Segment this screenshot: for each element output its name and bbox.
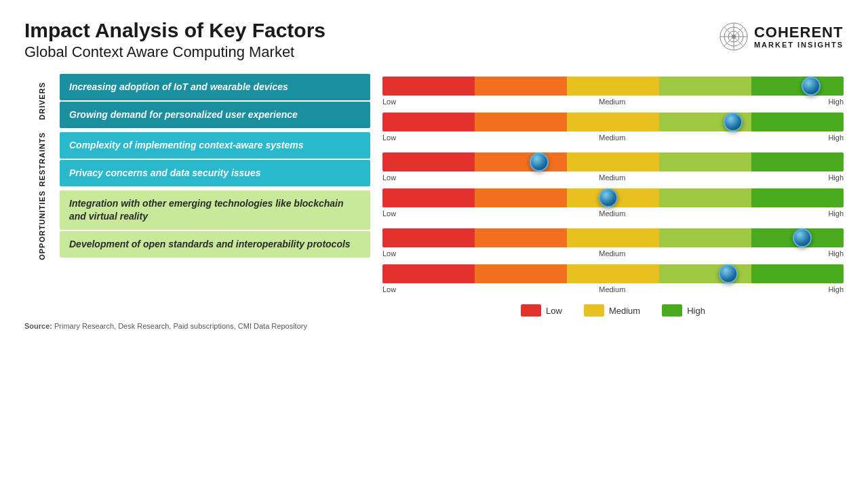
bar-gap-1 — [382, 106, 844, 110]
opportunities-label-col: OPPORTUNITIES — [24, 190, 60, 260]
legend-high-box — [662, 304, 682, 317]
restraints-cards: Complexity of implementing context-aware… — [60, 132, 370, 186]
opportunities-label: OPPORTUNITIES — [38, 190, 46, 260]
legend-low-label: Low — [546, 306, 562, 316]
opportunity-factor-1: Integration with other emerging technolo… — [60, 190, 370, 230]
bar-high-label: High — [828, 209, 844, 218]
header-row: Impact Analysis of Key Factors Global Co… — [24, 19, 844, 62]
bar-high-label: High — [828, 249, 844, 258]
bar-low-label: Low — [382, 249, 396, 258]
logo-coherent: COHERENT — [754, 24, 844, 41]
bar-high-label: High — [828, 98, 844, 106]
bar-gap-5 — [382, 258, 844, 262]
drivers-label: DRIVERS — [38, 82, 46, 120]
restraint-factor-1: Complexity of implementing context-aware… — [60, 132, 370, 159]
drivers-cards: Increasing adoption of IoT and wearable … — [60, 74, 370, 128]
source-detail: Primary Research, Desk Research, Paid su… — [54, 322, 307, 330]
bar-medium-label: Medium — [599, 98, 625, 106]
bar-gap-2 — [382, 142, 844, 150]
restraints-section: RESTRAINTS Complexity of implementing co… — [24, 132, 370, 186]
bar-high-label: High — [828, 285, 844, 293]
title-block: Impact Analysis of Key Factors Global Co… — [24, 19, 326, 62]
bar-restraint-1: Low Medium High — [382, 152, 844, 182]
legend-row: Low Medium High — [382, 304, 844, 317]
source-label: Source: — [24, 322, 54, 330]
drivers-section: DRIVERS Increasing adoption of IoT and w… — [24, 74, 370, 128]
bar-low-label: Low — [382, 285, 396, 293]
legend-medium-label: Medium — [609, 306, 640, 316]
sub-title: Global Context Aware Computing Market — [24, 43, 326, 62]
main-grid: DRIVERS Increasing adoption of IoT and w… — [24, 74, 844, 317]
page: Impact Analysis of Key Factors Global Co… — [0, 0, 868, 488]
main-title: Impact Analysis of Key Factors — [24, 19, 326, 43]
bar-low-label: Low — [382, 174, 396, 182]
legend-medium: Medium — [584, 304, 640, 317]
restraint-factor-2: Privacy concerns and data security issue… — [60, 160, 370, 186]
bar-low-label: Low — [382, 98, 396, 106]
legend-high-label: High — [687, 306, 705, 316]
logo-block: COHERENT MARKET INSIGHTS — [719, 22, 844, 52]
bar-low-label: Low — [382, 209, 396, 218]
svg-point-7 — [732, 35, 736, 39]
bar-opportunity-1: Low Medium High — [382, 228, 844, 258]
drivers-label-col: DRIVERS — [24, 74, 60, 128]
left-panel: DRIVERS Increasing adoption of IoT and w… — [24, 74, 370, 317]
bar-medium-label: Medium — [599, 134, 625, 142]
legend-medium-box — [584, 304, 604, 317]
bar-gap-4 — [382, 218, 844, 226]
legend-high: High — [662, 304, 705, 317]
bar-medium-label: Medium — [599, 285, 625, 293]
legend-low-box — [521, 304, 541, 317]
right-panel: Low Medium High — [370, 74, 844, 317]
driver-factor-2: Growing demand for personalized user exp… — [60, 102, 370, 128]
bar-high-label: High — [828, 134, 844, 142]
bar-medium-label: Medium — [599, 249, 625, 258]
bar-medium-label: Medium — [599, 174, 625, 182]
opportunities-cards: Integration with other emerging technolo… — [60, 190, 370, 260]
bar-low-label: Low — [382, 134, 396, 142]
driver-factor-1: Increasing adoption of IoT and wearable … — [60, 74, 370, 100]
bar-high-label: High — [828, 174, 844, 182]
cmi-logo-icon — [719, 22, 749, 52]
bar-medium-label: Medium — [599, 209, 625, 218]
opportunities-section: OPPORTUNITIES Integration with other eme… — [24, 190, 370, 260]
restraints-label-col: RESTRAINTS — [24, 132, 60, 186]
bar-gap-3 — [382, 182, 844, 186]
bar-driver-1: Low Medium High — [382, 77, 844, 106]
logo-text: COHERENT MARKET INSIGHTS — [754, 24, 844, 49]
bar-restraint-2: Low Medium High — [382, 188, 844, 218]
legend-low: Low — [521, 304, 562, 317]
bar-driver-2: Low Medium High — [382, 113, 844, 142]
restraints-label: RESTRAINTS — [38, 132, 46, 186]
logo-market: MARKET INSIGHTS — [754, 41, 844, 49]
source-text: Source: Primary Research, Desk Research,… — [24, 322, 844, 330]
bar-opportunity-2: Low Medium High — [382, 264, 844, 293]
opportunity-factor-2: Development of open standards and intero… — [60, 231, 370, 258]
